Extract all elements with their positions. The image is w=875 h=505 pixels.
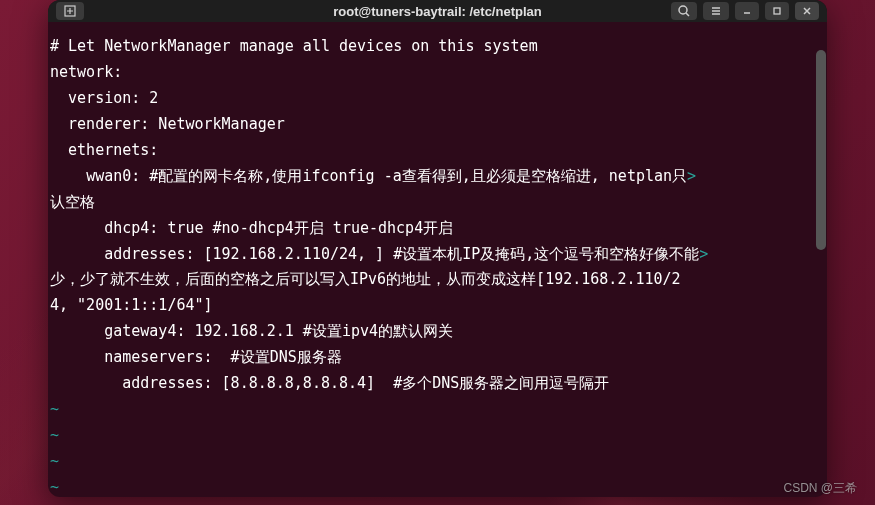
titlebar-left bbox=[56, 2, 84, 20]
minimize-button[interactable] bbox=[735, 2, 759, 20]
menu-button[interactable] bbox=[703, 2, 729, 20]
svg-rect-9 bbox=[774, 8, 780, 14]
hamburger-icon bbox=[709, 4, 723, 18]
titlebar-right bbox=[671, 2, 819, 20]
close-icon bbox=[801, 5, 813, 17]
editor-line: # Let NetworkManager manage all devices … bbox=[50, 34, 825, 60]
wrap-indicator: > bbox=[687, 167, 696, 185]
editor-line: ethernets: bbox=[50, 138, 825, 164]
editor-line: renderer: NetworkManager bbox=[50, 112, 825, 138]
minimize-icon bbox=[741, 5, 753, 17]
editor-line: addresses: [192.168.2.110/24, ] #设置本机IP及… bbox=[50, 242, 825, 268]
new-tab-icon bbox=[63, 4, 77, 18]
editor-line: wwan0: #配置的网卡名称,使用ifconfig -a查看得到,且必须是空格… bbox=[50, 164, 825, 190]
editor-line: gateway4: 192.168.2.1 #设置ipv4的默认网关 bbox=[50, 319, 825, 345]
wrap-indicator: > bbox=[699, 245, 708, 263]
search-icon bbox=[677, 4, 691, 18]
editor-line: dhcp4: true #no-dhcp4开启 true-dhcp4开启 bbox=[50, 216, 825, 242]
empty-line-tilde: ~ bbox=[50, 475, 825, 497]
svg-line-4 bbox=[686, 13, 689, 16]
editor-line: 4, "2001:1::1/64"] bbox=[50, 293, 825, 319]
empty-line-tilde: ~ bbox=[50, 449, 825, 475]
editor-line: version: 2 bbox=[50, 86, 825, 112]
scrollbar[interactable] bbox=[816, 50, 826, 250]
maximize-icon bbox=[771, 5, 783, 17]
editor-line: nameservers: #设置DNS服务器 bbox=[50, 345, 825, 371]
terminal-content[interactable]: # Let NetworkManager manage all devices … bbox=[48, 22, 827, 497]
new-tab-button[interactable] bbox=[56, 2, 84, 20]
editor-line: network: bbox=[50, 60, 825, 86]
editor-line: 认空格 bbox=[50, 190, 825, 216]
watermark: CSDN @三希 bbox=[783, 480, 857, 497]
close-button[interactable] bbox=[795, 2, 819, 20]
terminal-window: root@tuners-baytrail: /etc/netplan bbox=[48, 0, 827, 497]
search-button[interactable] bbox=[671, 2, 697, 20]
empty-line-tilde: ~ bbox=[50, 397, 825, 423]
editor-line: 少，少了就不生效，后面的空格之后可以写入IPv6的地址，从而变成这样[192.1… bbox=[50, 267, 825, 293]
window-title: root@tuners-baytrail: /etc/netplan bbox=[333, 4, 541, 19]
empty-line-tilde: ~ bbox=[50, 423, 825, 449]
maximize-button[interactable] bbox=[765, 2, 789, 20]
titlebar[interactable]: root@tuners-baytrail: /etc/netplan bbox=[48, 0, 827, 22]
editor-line: addresses: [8.8.8.8,8.8.8.4] #多个DNS服务器之间… bbox=[50, 371, 825, 397]
svg-point-3 bbox=[679, 6, 687, 14]
